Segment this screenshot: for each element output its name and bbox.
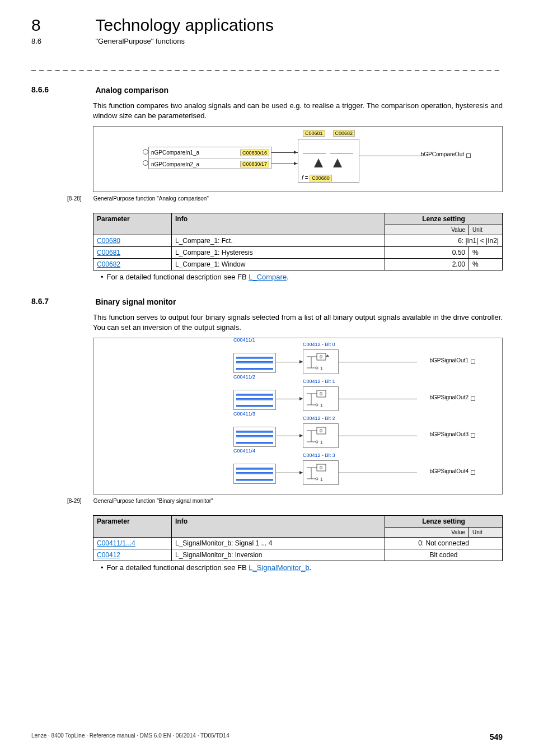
subsection-number: 8.6.7 [31,297,93,306]
subsection-title: Binary signal monitor [95,297,176,306]
output-port-icon [471,433,475,438]
param-value: Bit coded [385,549,503,561]
code-badge[interactable]: C00682 [333,130,355,137]
param-value: 0: Not connected [385,538,503,549]
table-row: C00411/1...4 L_SignalMonitor_b: Signal 1… [93,538,503,549]
figure-caption: [8-29] GeneralPurpose function "Binary s… [31,498,503,504]
param-value: 0.50 [385,247,469,259]
th-parameter: Parameter [93,516,172,538]
bullet-note: •For a detailed functional description s… [101,273,503,281]
subsection-title: Analog comparison [95,86,168,95]
param-link[interactable]: C00412 [93,549,172,561]
chapter-header: 8 Technology applications [31,16,503,35]
param-info: L_Compare_1: Hysteresis [172,247,385,259]
svg-point-12 [316,404,318,406]
svg-text:1: 1 [320,477,323,482]
param-link[interactable]: C00682 [93,259,172,270]
svg-text:0: 0 [320,465,322,470]
input-signal-box: nGPCompareIn1_a C00830/16 nGPCompareIn2_… [148,147,271,169]
figure-caption: [8-28] GeneralPurpose function "Analog c… [31,195,503,202]
function-block: f = C00680 [298,139,359,183]
bullet-icon: • [101,273,104,281]
svg-text:1: 1 [320,366,323,371]
section-number: 8.6 [31,37,93,45]
code-label[interactable]: C00412 - Bit 3 [303,452,335,458]
triangle-icon [333,158,342,167]
th-info: Info [172,516,385,538]
th-value: Value [385,225,469,235]
code-label[interactable]: C00412 - Bit 0 [303,342,335,347]
page-number: 549 [490,732,503,741]
section-header: 8.6 "GeneralPurpose" functions [31,36,503,46]
param-link[interactable]: C00411/1...4 [93,538,172,549]
param-link[interactable]: C00680 [93,235,172,247]
param-unit: % [469,259,503,270]
inversion-block: 01 [303,460,339,485]
parameter-table: Parameter Info Lenze setting Value Unit … [93,213,503,270]
divider: _ _ _ _ _ _ _ _ _ _ _ _ _ _ _ _ _ _ _ _ … [31,62,503,71]
param-info: L_Compare_1: Fct. [172,235,385,247]
fb-link[interactable]: L_SignalMonitor_b [249,563,309,572]
body-paragraph: This function compares two analog signal… [93,101,503,120]
arrow-icon [294,151,297,154]
param-info: L_Compare_1: Window [172,259,385,270]
inversion-block: 01 [303,423,339,448]
input-label: nGPCompareIn2_a [149,161,240,167]
code-badge[interactable]: C00830/17 [240,161,269,167]
inversion-icon: 0 1 [305,351,338,374]
svg-text:1: 1 [320,440,323,445]
th-info: Info [172,213,385,235]
output-port-icon [471,360,475,364]
th-unit: Unit [469,528,503,538]
svg-text:0: 0 [320,391,322,396]
chapter-title: Technology applications [95,16,274,35]
code-label[interactable]: C00411/2 [233,374,255,380]
param-info: L_SignalMonitor_b: Inversion [172,549,385,561]
output-label: bGPSignalOut3 [430,431,469,437]
section-title: "GeneralPurpose" functions [95,37,185,45]
output-label: bGPSignalOut4 [430,468,469,474]
output-label: bGPSignalOut2 [430,394,469,400]
th-unit: Unit [469,225,503,235]
inversion-block: 0 1 [303,349,339,374]
arrow-icon [294,162,297,165]
svg-text:0: 0 [320,428,322,433]
svg-point-4 [316,367,318,369]
table-row: C00681 L_Compare_1: Hysteresis 0.50 % [93,247,503,259]
caption-text: GeneralPurpose function "Analog comparis… [93,195,209,202]
code-label[interactable]: C00411/4 [233,448,255,454]
th-setting: Lenze setting [385,213,503,225]
function-prefix: f = [302,175,308,181]
param-link[interactable]: C00681 [93,247,172,259]
page-footer: Lenze · 8400 TopLine · Reference manual … [31,732,503,741]
figure-analog-comparison: nGPCompareIn1_a C00830/16 nGPCompareIn2_… [93,126,503,192]
table-row: C00412 L_SignalMonitor_b: Inversion Bit … [93,549,503,561]
selector-block [233,427,276,447]
wire [359,156,421,156]
code-badge[interactable]: C00830/16 [240,150,269,156]
output-label: bGPCompareOut [421,151,464,157]
fb-link[interactable]: L_Compare [249,273,287,281]
svg-point-26 [316,478,318,480]
code-badge[interactable]: C00680 [310,175,332,181]
code-label[interactable]: C00411/3 [233,411,255,417]
figure-binary-signal-monitor: C00411/1 C00412 - Bit 0 0 1 bGPSi [93,338,503,494]
param-unit: % [469,247,503,259]
code-label[interactable]: C00412 - Bit 2 [303,416,335,421]
param-value: 2.00 [385,259,469,270]
table-row: C00680 L_Compare_1: Fct. 6: |In1| < |In2… [93,235,503,247]
input-port-icon [143,160,148,166]
svg-text:1: 1 [320,403,323,408]
output-label: bGPSignalOut1 [430,357,469,363]
input-port-icon [143,149,148,155]
body-paragraph: This function serves to output four bina… [93,312,503,332]
code-badge[interactable]: C00681 [303,130,325,137]
code-label[interactable]: C00412 - Bit 1 [303,379,335,384]
chapter-number: 8 [31,16,93,35]
param-value: 6: |In1| < |In2| [385,235,503,247]
caption-text: GeneralPurpose function "Binary signal m… [93,498,213,504]
parameter-table: Parameter Info Lenze setting Value Unit … [93,515,503,561]
inversion-block: 01 [303,386,339,411]
param-info: L_SignalMonitor_b: Signal 1 ... 4 [172,538,385,549]
code-label[interactable]: C00411/1 [233,337,255,343]
